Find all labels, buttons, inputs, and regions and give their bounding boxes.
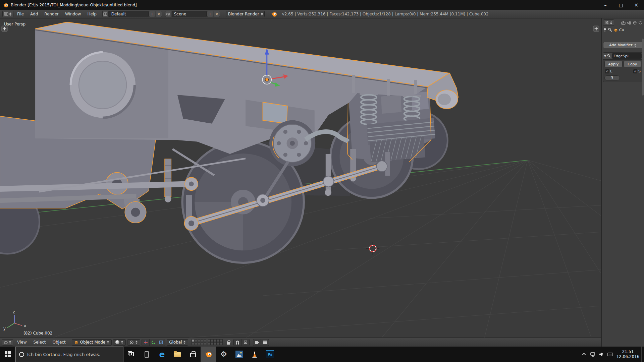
opengl-render-anim-button[interactable] bbox=[261, 339, 269, 346]
taskbar-app-explorer[interactable] bbox=[170, 347, 185, 362]
tray-volume-button[interactable] bbox=[597, 347, 606, 362]
scene-field[interactable]: Scene bbox=[172, 11, 207, 17]
updown-arrows-icon bbox=[183, 340, 186, 344]
updown-arrows-icon bbox=[107, 340, 109, 344]
layer-toggle-20[interactable] bbox=[220, 342, 223, 345]
render-engine-dropdown[interactable]: Blender Render bbox=[226, 11, 265, 17]
tray-overflow-button[interactable] bbox=[580, 347, 588, 362]
menu-view[interactable]: View bbox=[14, 340, 29, 345]
add-scene-button[interactable]: + bbox=[207, 11, 213, 17]
modifier-name-field[interactable]: EdgeSpl bbox=[612, 53, 642, 59]
modifier-context-wrench-icon[interactable] bbox=[608, 28, 612, 32]
start-button[interactable] bbox=[0, 347, 15, 362]
menu-object[interactable]: Object bbox=[50, 340, 68, 345]
close-button[interactable]: × bbox=[629, 0, 644, 10]
snap-toggle-button[interactable] bbox=[234, 339, 241, 346]
3d-cursor[interactable] bbox=[366, 242, 379, 255]
viewport-3d[interactable]: x y z User Persp (82) Cube.002 bbox=[0, 18, 601, 338]
layer-toggle-11[interactable] bbox=[192, 342, 194, 345]
layer-toggle-14[interactable] bbox=[201, 342, 203, 345]
pivot-point-dropdown[interactable] bbox=[127, 339, 140, 346]
pin-icon[interactable] bbox=[603, 28, 607, 32]
layer-toggle-5[interactable] bbox=[204, 339, 206, 342]
add-layout-button[interactable]: + bbox=[149, 11, 155, 17]
menu-add[interactable]: Add bbox=[28, 12, 41, 16]
rotate-manipulator-button[interactable] bbox=[150, 339, 157, 346]
minimize-button[interactable]: – bbox=[598, 0, 613, 10]
add-modifier-button[interactable]: Add Modifier bbox=[603, 42, 643, 48]
menu-window[interactable]: Window bbox=[62, 12, 84, 16]
scene-tab-icon[interactable] bbox=[627, 21, 631, 25]
delete-layout-button[interactable]: × bbox=[156, 11, 162, 17]
layer-toggle-12[interactable] bbox=[195, 342, 197, 345]
layer-toggle-1[interactable] bbox=[192, 339, 194, 342]
taskbar-app-settings[interactable]: ⚙ bbox=[216, 347, 231, 362]
search-placeholder-text: Ich bin Cortana. Frag mich etwas. bbox=[27, 352, 100, 357]
collapse-triangle-icon[interactable]: ▼ bbox=[604, 55, 606, 58]
object-cube-icon bbox=[614, 28, 618, 32]
object-tab-icon[interactable] bbox=[638, 21, 643, 25]
edge-angle-checkbox[interactable]: ✓ E bbox=[605, 69, 612, 73]
layer-toggle-9[interactable] bbox=[217, 339, 220, 342]
layer-toggle-8[interactable] bbox=[214, 339, 217, 342]
layer-toggle-2[interactable] bbox=[195, 339, 197, 342]
editor-type-selector-properties[interactable] bbox=[603, 19, 614, 26]
apply-modifier-button[interactable]: Apply bbox=[604, 61, 623, 67]
maximize-button[interactable]: □ bbox=[613, 0, 629, 10]
layer-toggle-19[interactable] bbox=[217, 342, 220, 345]
viewport-shading-dropdown[interactable] bbox=[113, 339, 126, 346]
menu-file[interactable]: File bbox=[14, 12, 26, 16]
taskbar-app-edge[interactable]: e bbox=[154, 347, 170, 362]
lock-icon[interactable] bbox=[227, 342, 230, 345]
cortana-search-box[interactable]: Ich bin Cortana. Frag mich etwas. bbox=[15, 347, 123, 362]
layer-toggle-17[interactable] bbox=[211, 342, 214, 345]
tray-network-button[interactable] bbox=[588, 347, 597, 362]
taskbar-app-blender[interactable] bbox=[201, 347, 216, 362]
viewport-canvas[interactable]: x y z bbox=[0, 18, 601, 338]
layer-toggle-10[interactable] bbox=[220, 339, 223, 342]
layer-toggle-18[interactable] bbox=[214, 342, 217, 345]
show-desktop-button[interactable] bbox=[641, 347, 644, 362]
pivot-point-icon bbox=[129, 340, 134, 345]
render-tab-icon[interactable] bbox=[621, 21, 626, 25]
task-view-button[interactable] bbox=[123, 347, 139, 362]
delete-scene-button[interactable]: × bbox=[214, 11, 220, 17]
editor-type-selector-info[interactable] bbox=[2, 11, 13, 17]
layer-toggle-16[interactable] bbox=[208, 342, 211, 345]
train-bogie-model[interactable] bbox=[0, 22, 458, 263]
menu-render[interactable]: Render bbox=[42, 12, 61, 16]
taskbar-app-vlc[interactable] bbox=[247, 347, 262, 362]
region-expand-left-icon[interactable] bbox=[2, 26, 7, 32]
mode-dropdown[interactable]: Object Mode bbox=[72, 339, 112, 346]
orientation-dropdown[interactable]: Global bbox=[167, 339, 188, 346]
layer-toggle-4[interactable] bbox=[201, 339, 203, 342]
copy-modifier-button[interactable]: Copy bbox=[624, 61, 642, 67]
taskbar-app-photoshop[interactable]: Ps bbox=[262, 347, 278, 362]
browse-layouts-button[interactable] bbox=[102, 11, 109, 17]
taskbar-app-photos[interactable] bbox=[231, 347, 247, 362]
opengl-render-button[interactable] bbox=[253, 339, 261, 346]
sharp-edges-checkbox[interactable]: ✓ S bbox=[633, 69, 641, 73]
menu-select[interactable]: Select bbox=[31, 340, 48, 345]
editor-type-selector-3dview[interactable] bbox=[2, 339, 13, 346]
browse-scenes-button[interactable] bbox=[165, 11, 171, 17]
layer-toggle-15[interactable] bbox=[204, 342, 206, 345]
layer-toggle-6[interactable] bbox=[208, 339, 211, 342]
properties-scrollbar[interactable] bbox=[642, 39, 644, 96]
snap-element-button[interactable] bbox=[241, 339, 249, 346]
updown-arrows-icon bbox=[634, 43, 637, 47]
scale-manipulator-button[interactable] bbox=[157, 339, 165, 346]
layer-toggle-13[interactable] bbox=[198, 342, 200, 345]
taskbar-clock[interactable]: 21:51 12.06.2016 bbox=[614, 347, 641, 362]
world-tab-icon[interactable] bbox=[633, 21, 637, 25]
layer-toggle-7[interactable] bbox=[211, 339, 214, 342]
layer-toggle-3[interactable] bbox=[198, 339, 200, 342]
taskbar-app-store[interactable] bbox=[185, 347, 201, 362]
tray-keyboard-button[interactable] bbox=[606, 347, 614, 362]
taskbar-app-phone[interactable] bbox=[139, 347, 154, 362]
region-expand-right-icon[interactable] bbox=[593, 26, 599, 32]
menu-help[interactable]: Help bbox=[85, 12, 99, 16]
split-angle-field[interactable]: 3 bbox=[604, 75, 620, 80]
translate-manipulator-button[interactable] bbox=[142, 339, 150, 346]
screen-layout-field[interactable]: Default bbox=[109, 11, 149, 17]
